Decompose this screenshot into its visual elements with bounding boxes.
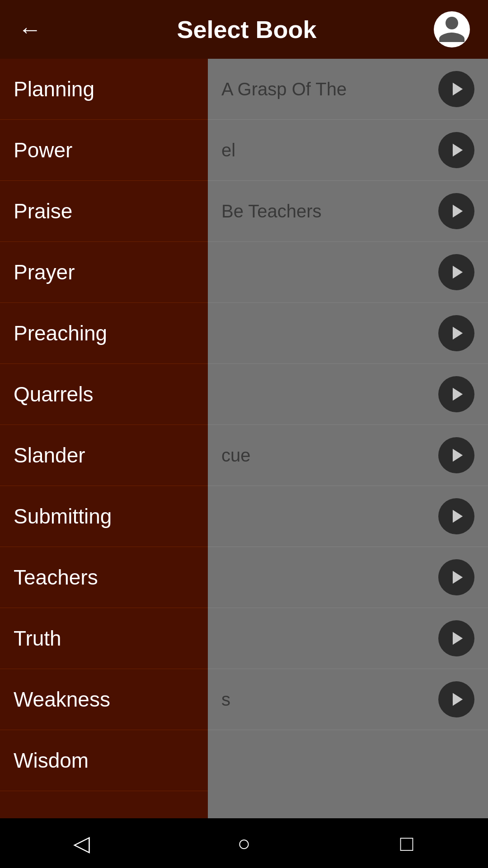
audio-title: A Grasp Of The [221, 79, 438, 99]
audio-list-item [208, 486, 488, 547]
svg-marker-5 [453, 388, 463, 401]
svg-marker-6 [453, 449, 463, 462]
play-button[interactable] [438, 193, 474, 229]
book-item-label: Prayer [14, 260, 75, 284]
audio-list-item [208, 242, 488, 303]
play-button[interactable] [438, 437, 474, 473]
audio-list: A Grasp Of TheelBe Teacherscues [208, 59, 488, 818]
nav-recent-button[interactable]: □ [384, 821, 429, 866]
book-list-item[interactable]: Slander [0, 425, 208, 486]
play-button[interactable] [438, 376, 474, 412]
svg-marker-3 [453, 266, 463, 279]
book-item-label: Truth [14, 626, 61, 651]
audio-list-item [208, 547, 488, 608]
svg-marker-4 [453, 327, 463, 340]
audio-list-item: A Grasp Of The [208, 59, 488, 120]
nav-home-button[interactable]: ○ [221, 821, 267, 866]
audio-list-item: s [208, 669, 488, 730]
audio-list-item [208, 303, 488, 364]
page-title: Select Book [60, 15, 434, 43]
audio-list-item [208, 608, 488, 669]
play-button[interactable] [438, 681, 474, 717]
svg-marker-10 [453, 693, 463, 706]
book-list-item[interactable]: Power [0, 120, 208, 181]
svg-marker-7 [453, 510, 463, 523]
play-button[interactable] [438, 254, 474, 290]
book-list-item[interactable]: Preaching [0, 303, 208, 364]
audio-title: el [221, 140, 438, 160]
nav-bar: ◁ ○ □ [0, 818, 488, 868]
play-button[interactable] [438, 620, 474, 656]
book-item-label: Preaching [14, 321, 107, 345]
back-button[interactable]: ← [18, 16, 42, 43]
book-list-item[interactable]: Praise [0, 181, 208, 242]
book-list: PlanningPowerPraisePrayerPreachingQuarre… [0, 59, 208, 818]
audio-title: cue [221, 445, 438, 466]
book-list-item[interactable]: Teachers [0, 547, 208, 608]
book-list-item[interactable]: Prayer [0, 242, 208, 303]
play-button[interactable] [438, 498, 474, 534]
book-list-item[interactable]: Weakness [0, 669, 208, 730]
book-item-label: Wisdom [14, 748, 89, 773]
play-button[interactable] [438, 132, 474, 168]
play-button[interactable] [438, 315, 474, 351]
book-item-label: Submitting [14, 504, 112, 528]
book-item-label: Quarrels [14, 382, 93, 406]
book-item-label: Power [14, 138, 72, 162]
nav-back-button[interactable]: ◁ [59, 821, 104, 866]
audio-list-item: Be Teachers [208, 181, 488, 242]
book-item-label: Praise [14, 199, 72, 223]
book-item-label: Slander [14, 443, 85, 467]
play-button[interactable] [438, 71, 474, 107]
avatar[interactable] [434, 11, 470, 47]
svg-marker-1 [453, 144, 463, 157]
audio-list-item [208, 364, 488, 425]
svg-marker-9 [453, 632, 463, 645]
main-content: PlanningPowerPraisePrayerPreachingQuarre… [0, 59, 488, 818]
book-list-item[interactable]: Quarrels [0, 364, 208, 425]
svg-marker-8 [453, 571, 463, 584]
book-item-label: Teachers [14, 565, 98, 590]
header: ← Select Book [0, 0, 488, 59]
book-list-item[interactable]: Truth [0, 608, 208, 669]
audio-title: Be Teachers [221, 201, 438, 222]
audio-list-item: el [208, 120, 488, 181]
book-list-item[interactable]: Submitting [0, 486, 208, 547]
book-item-label: Planning [14, 77, 94, 101]
book-list-item[interactable]: Wisdom [0, 730, 208, 791]
audio-title: s [221, 689, 438, 710]
play-button[interactable] [438, 559, 474, 595]
svg-marker-0 [453, 83, 463, 96]
audio-list-item: cue [208, 425, 488, 486]
book-item-label: Weakness [14, 687, 110, 712]
svg-marker-2 [453, 205, 463, 218]
book-list-item[interactable]: Planning [0, 59, 208, 120]
